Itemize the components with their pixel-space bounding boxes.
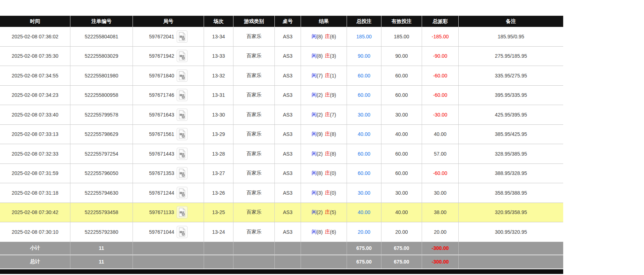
video-replay-button[interactable] [177,30,187,43]
cell-payout: -185.00 [422,27,459,47]
cell-total-bet[interactable]: 185.00 [347,27,381,47]
cell-session: 13-29 [204,125,233,144]
cell-time: 2025-02-08 07:30:42 [0,203,70,223]
video-replay-button[interactable] [177,89,187,101]
banker-label: 庄 [325,151,330,157]
player-score: (8) [316,170,323,176]
cell-table-no: AS3 [275,125,301,144]
player-label: 闲 [311,209,316,215]
round-number: 597671643 [149,112,174,118]
round-number: 597672041 [149,34,174,39]
cell-result: 闲(9)庄(8) [301,125,347,144]
cell-result: 闲(2)庄(7) [301,105,347,125]
cell-remark: 185.95/0.95 [459,27,563,47]
cell-total-bet[interactable]: 30.00 [347,105,381,125]
cell-session: 13-24 [204,222,233,242]
subtotal-payout: -300.00 [422,242,459,255]
cell-bet-id: 522255803029 [70,47,133,66]
cell-remark: 388.95/328.95 [459,164,563,184]
banker-score: (7) [330,112,336,118]
cell-session: 13-33 [204,47,233,66]
cell-payout: -60.00 [422,66,459,86]
cell-result: 闲(2)庄(8) [301,144,347,164]
cell-session: 13-30 [204,105,233,125]
cell-round: 597671044 [133,222,204,242]
total-empty-result [301,255,347,269]
round-number: 597671840 [149,73,174,79]
cell-total-bet[interactable]: 60.00 [347,66,381,86]
cell-total-bet[interactable]: 20.00 [347,222,381,242]
header-session: 场次 [204,16,233,27]
table-row: 2025-02-08 07:34:23 522255800958 5976717… [0,86,563,105]
cell-time: 2025-02-08 07:34:55 [0,66,70,86]
video-replay-icon [178,208,186,217]
video-replay-button[interactable] [177,167,187,179]
cell-round: 597671840 [133,66,204,86]
cell-time: 2025-02-08 07:30:10 [0,222,70,242]
cell-total-bet[interactable]: 60.00 [347,144,381,164]
player-score: (8) [316,229,323,235]
video-replay-button[interactable] [177,109,187,121]
round-number: 597671133 [149,209,174,215]
player-label: 闲 [311,190,316,196]
bet-records-table: 时间 注单编号 局号 场次 游戏类别 桌号 结果 总投注 有效投注 总派彩 备注… [0,16,563,274]
total-empty-game [233,255,275,269]
cell-round: 597671443 [133,144,204,164]
round-number: 597671942 [149,53,174,59]
cell-game-type: 百家乐 [233,47,275,66]
banker-label: 庄 [325,112,330,118]
video-replay-button[interactable] [177,226,187,238]
cell-table-no: AS3 [275,144,301,164]
cell-total-bet[interactable]: 60.00 [347,164,381,184]
cell-table-no: AS3 [275,86,301,105]
header-round: 局号 [133,16,204,27]
player-label: 闲 [311,131,316,137]
cell-table-no: AS3 [275,222,301,242]
total-empty-table [275,255,301,269]
cell-total-bet[interactable]: 40.00 [347,203,381,223]
video-replay-button[interactable] [177,206,187,218]
cell-bet-id: 522255804081 [70,27,133,47]
cell-game-type: 百家乐 [233,66,275,86]
video-replay-button[interactable] [177,128,187,140]
player-label: 闲 [311,229,316,235]
table-row: 2025-02-08 07:35:30 522255803029 5976719… [0,47,563,66]
cell-valid-bet: 60.00 [381,164,422,184]
video-replay-button[interactable] [177,50,187,62]
cell-total-bet[interactable]: 60.00 [347,86,381,105]
cell-remark: 335.95/275.95 [459,66,563,86]
cell-bet-id: 522255793458 [70,203,133,223]
video-replay-button[interactable] [177,148,187,160]
total-count: 11 [70,255,133,269]
cell-total-bet[interactable]: 90.00 [347,47,381,66]
cell-total-bet[interactable]: 40.00 [347,125,381,144]
cell-game-type: 百家乐 [233,144,275,164]
cell-total-bet[interactable]: 30.00 [347,183,381,203]
cell-result: 闲(7)庄(1) [301,66,347,86]
cell-bet-id: 522255794630 [70,183,133,203]
video-replay-button[interactable] [177,187,187,199]
subtotal-empty-round [133,242,204,255]
subtotal-valid-bet: 675.00 [381,242,422,255]
banker-label: 庄 [325,33,330,40]
cell-bet-id: 522255796050 [70,164,133,184]
video-replay-icon [178,32,186,41]
total-valid-bet: 675.00 [381,255,422,269]
cell-valid-bet: 40.00 [381,125,422,144]
cell-round: 597671561 [133,125,204,144]
cell-round: 597671244 [133,183,204,203]
video-replay-button[interactable] [177,70,187,82]
cell-table-no: AS3 [275,47,301,66]
round-number: 597671244 [149,190,174,196]
subtotal-empty-remark [459,242,563,255]
cell-bet-id: 522255792380 [70,222,133,242]
subtotal-row: 小计 11 675.00 675.00 -300.00 [0,242,563,255]
cell-session: 13-28 [204,144,233,164]
cell-remark: 425.95/395.95 [459,105,563,125]
player-label: 闲 [311,151,316,157]
banker-label: 庄 [325,72,330,79]
cell-session: 13-32 [204,66,233,86]
player-label: 闲 [311,170,316,176]
video-replay-icon [178,188,186,198]
cell-remark: 275.95/185.95 [459,47,563,66]
